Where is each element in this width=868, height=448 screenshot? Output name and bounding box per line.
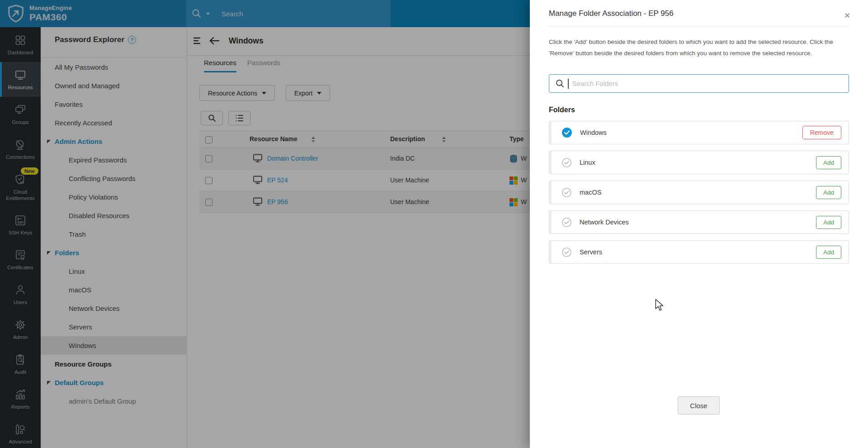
add-button[interactable]: Add [816, 216, 841, 229]
search-icon [556, 79, 564, 88]
folder-search-input[interactable]: Search Folders [549, 74, 849, 93]
add-button[interactable]: Add [816, 156, 841, 169]
modal-description: Click the 'Add' button beside the desire… [549, 36, 848, 59]
folder-search-placeholder: Search Folders [572, 80, 618, 87]
modal-backdrop[interactable] [0, 0, 530, 448]
modal-divider [549, 26, 849, 26]
text-cursor [568, 79, 569, 89]
folder-name: Network Devices [580, 219, 629, 226]
close-button[interactable]: Close [678, 396, 720, 415]
remove-button[interactable]: Remove [802, 126, 841, 139]
folder-row-macos: macOS Add [549, 181, 849, 204]
add-button[interactable]: Add [816, 186, 841, 199]
folders-section-title: Folders [549, 106, 849, 114]
unchecked-circle-icon [562, 218, 571, 227]
folder-list: Windows Remove Linux Add macOS Add Netwo… [549, 121, 849, 264]
unchecked-circle-icon [562, 188, 571, 197]
close-icon[interactable]: × [844, 11, 850, 20]
folder-name: Servers [580, 248, 602, 256]
unchecked-circle-icon [562, 158, 571, 167]
modal-title: Manage Folder Association - EP 956 [549, 9, 849, 18]
folder-name: Windows [580, 129, 607, 136]
checked-circle-icon [562, 128, 572, 138]
folder-row-linux: Linux Add [549, 151, 849, 174]
manage-folder-association-modal: Manage Folder Association - EP 956 × Cli… [530, 0, 868, 448]
folder-row-servers: Servers Add [549, 240, 849, 264]
mouse-cursor [655, 299, 664, 311]
folder-name: macOS [580, 189, 601, 196]
folder-row-network-devices: Network Devices Add [549, 210, 849, 234]
add-button[interactable]: Add [816, 246, 841, 259]
unchecked-circle-icon [562, 248, 571, 257]
folder-name: Linux [580, 159, 595, 166]
folder-row-windows: Windows Remove [549, 121, 849, 144]
